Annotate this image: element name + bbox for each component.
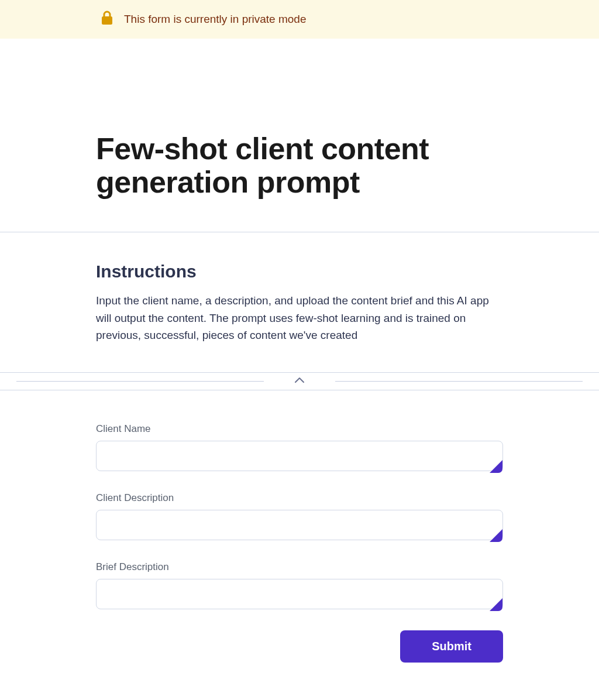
brief-description-input[interactable] [96,579,503,609]
textarea-wrapper [96,441,503,473]
instructions-body: Input the client name, a description, an… [96,292,503,344]
content-wrapper: Few-shot client content generation promp… [0,39,599,232]
textarea-wrapper [96,579,503,612]
divider-line-right [335,381,583,382]
collapse-divider [0,372,599,390]
title-section: Few-shot client content generation promp… [96,39,503,232]
lock-icon [101,11,113,28]
collapse-button[interactable] [280,376,319,387]
brief-description-label: Brief Description [96,561,503,573]
chevron-up-icon [294,377,305,386]
submit-button[interactable]: Submit [400,630,503,663]
page-title: Few-shot client content generation promp… [96,132,503,199]
private-mode-banner: This form is currently in private mode [0,0,599,39]
instructions-heading: Instructions [96,262,503,282]
client-description-label: Client Description [96,492,503,504]
form-field-client-description: Client Description [96,492,503,543]
instructions-section: Instructions Input the client name, a de… [96,232,503,372]
form-section: Client Name Client Description Brief Des… [96,390,503,663]
textarea-wrapper [96,510,503,543]
client-name-input[interactable] [96,441,503,471]
client-name-label: Client Name [96,423,503,435]
form-wrapper: Client Name Client Description Brief Des… [0,390,599,663]
form-field-client-name: Client Name [96,423,503,473]
divider-line-left [16,381,264,382]
client-description-input[interactable] [96,510,503,540]
banner-text: This form is currently in private mode [124,13,307,26]
form-actions: Submit [96,630,503,663]
form-field-brief-description: Brief Description [96,561,503,612]
instructions-wrapper: Instructions Input the client name, a de… [0,232,599,372]
svg-rect-0 [102,16,112,25]
